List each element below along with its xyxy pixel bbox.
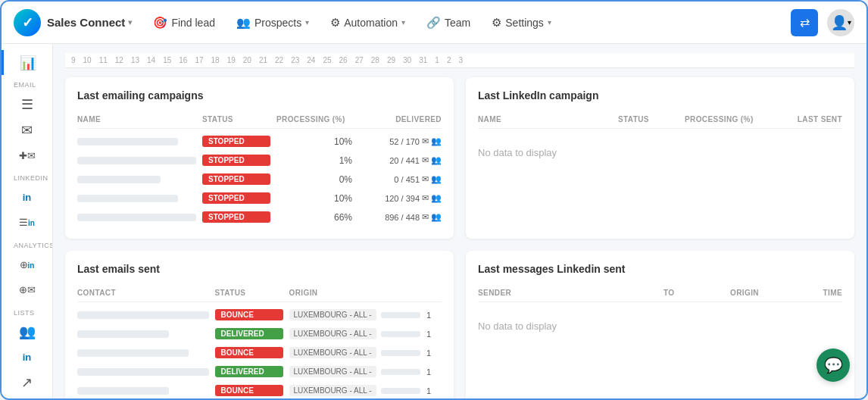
col-processing: PROCESSING (%) [685, 115, 768, 123]
sidebar-item-share[interactable]: ↗ [2, 370, 52, 395]
linkedin-campaign-title: Last LinkedIn campaign [478, 89, 842, 102]
delivered-text: 52 / 170 ✉ 👥 [358, 136, 442, 146]
nav-find-lead[interactable]: 🎯 Find lead [144, 11, 224, 34]
people-icon: 👥 [19, 323, 36, 340]
nav-team[interactable]: 🔗 Team [417, 11, 479, 34]
col-processing: PROCESSING (%) [276, 115, 352, 123]
emails-sent-header: CONTACT STATUS ORIGIN [77, 284, 442, 302]
status-badge: STOPPED [202, 173, 270, 185]
origin-cell: LUXEMBOURG - ALL - [289, 385, 421, 396]
sidebar-item-lists-linkedin[interactable]: in [2, 345, 52, 370]
origin-tag: LUXEMBOURG - ALL - [289, 309, 376, 320]
exchange-button[interactable]: ⇄ [791, 9, 818, 36]
sidebar-item-linkedin-list[interactable]: ☰in [2, 210, 52, 235]
sidebar-section-email: EMAIL [2, 75, 52, 92]
count: 1 [426, 348, 442, 358]
sidebar: 📊 EMAIL ☰ ✉ ✚✉ LINKEDIN in ☰in ANALYTICS… [2, 44, 53, 400]
col-status: STATUS [618, 115, 679, 123]
pct-text: 1% [276, 155, 352, 166]
origin-bar [381, 369, 421, 375]
origin-cell: LUXEMBOURG - ALL - [289, 366, 421, 377]
col-name: NAME [77, 115, 196, 123]
pct-text: 66% [276, 212, 352, 223]
pct-text: 10% [276, 136, 352, 147]
col-delivered: DELIVERED [358, 115, 442, 123]
name-bar [77, 157, 196, 164]
origin-tag: LUXEMBOURG - ALL - [289, 366, 376, 377]
avatar-chevron: ▾ [848, 18, 851, 27]
contact-bar [77, 311, 209, 319]
timeline-bar: 9 10 11 12 13 14 15 16 17 18 19 20 21 22… [65, 53, 854, 68]
col-count [426, 289, 442, 297]
count: 1 [426, 330, 442, 339]
sidebar-item-linkedin[interactable]: in [2, 185, 52, 210]
linkedin-campaign-card: Last LinkedIn campaign NAME STATUS PROCE… [466, 77, 854, 239]
origin-bar [381, 350, 421, 356]
status-badge: STOPPED [202, 136, 270, 147]
sidebar-item-people[interactable]: 👥 [2, 320, 52, 345]
share-icon: ↗ [21, 374, 33, 391]
origin-cell: LUXEMBOURG - ALL - [289, 309, 421, 320]
name-bar [77, 176, 161, 183]
no-data-messages: No data to display [478, 305, 842, 347]
sidebar-item-email[interactable]: ✉ [2, 117, 52, 142]
col-status: STATUS [215, 289, 283, 297]
delivered-text: 0 / 451 ✉ 👥 [358, 174, 442, 184]
email-icon: ✉ [21, 122, 33, 139]
people-icon-sm: 👥 [431, 212, 442, 222]
status-badge: BOUNCE [215, 347, 283, 358]
table-row: STOPPED 1% 20 / 441 ✉ 👥 [77, 151, 442, 170]
col-to: TO [663, 289, 724, 297]
col-status: STATUS [202, 115, 270, 123]
people-icon-sm: 👥 [431, 174, 442, 184]
origin-bar [381, 312, 421, 318]
col-origin: ORIGIN [289, 289, 421, 297]
name-bar [77, 195, 178, 202]
linkedin-campaign-header: NAME STATUS PROCESSING (%) LAST SENT [478, 111, 842, 129]
origin-cell: LUXEMBOURG - ALL - [289, 328, 421, 339]
brand-chevron: ▾ [128, 18, 132, 27]
nav-settings[interactable]: ⚙ Settings ▾ [482, 11, 560, 34]
origin-tag: LUXEMBOURG - ALL - [289, 328, 376, 339]
user-avatar[interactable]: 👤 ▾ [827, 9, 854, 36]
sidebar-item-email-list[interactable]: ☰ [2, 92, 52, 117]
lists-linkedin-icon: in [23, 352, 32, 363]
topnav: ✓ Sales Connect ▾ 🎯 Find lead 👥 Prospect… [2, 2, 866, 44]
sidebar-item-analytics-link[interactable]: ⊕in [2, 252, 52, 277]
brand-name[interactable]: Sales Connect ▾ [47, 16, 132, 29]
chart-icon: 📊 [20, 55, 36, 71]
linkedin-list-icon: ☰in [19, 217, 35, 228]
linkedin-messages-title: Last messages Linkedin sent [478, 263, 842, 275]
status-badge: BOUNCE [215, 385, 283, 396]
contact-bar [77, 368, 209, 376]
prospects-chevron: ▾ [305, 18, 309, 27]
status-badge: STOPPED [202, 211, 270, 223]
col-origin: ORIGIN [730, 289, 791, 297]
col-last-sent: LAST SENT [774, 115, 842, 123]
delivered-text: 120 / 394 ✉ 👥 [358, 193, 442, 203]
table-row: BOUNCE LUXEMBOURG - ALL - 1 [77, 381, 442, 400]
email-list-icon: ☰ [21, 96, 33, 113]
find-lead-icon: 🎯 [153, 16, 167, 30]
sidebar-item-chart[interactable]: 📊 [2, 50, 52, 75]
nav-prospects[interactable]: 👥 Prospects ▾ [227, 11, 318, 34]
nav-automation[interactable]: ⚙ Automation ▾ [321, 11, 414, 34]
col-contact: CONTACT [77, 289, 209, 297]
delivered-text: 20 / 441 ✉ 👥 [358, 155, 442, 165]
count: 1 [426, 311, 442, 320]
settings-chevron: ▾ [548, 18, 551, 27]
contact-bar [77, 349, 189, 357]
email-campaigns-card: Last emailing campaigns NAME STATUS PROC… [65, 77, 454, 239]
people-icon-sm: 👥 [431, 155, 442, 165]
chat-button[interactable]: 💬 [816, 348, 850, 382]
table-row: DELIVERED LUXEMBOURG - ALL - 1 [77, 324, 442, 343]
avatar-icon: 👤 [831, 14, 848, 31]
envelope-icon: ✉ [422, 193, 429, 203]
table-row: BOUNCE LUXEMBOURG - ALL - 1 [77, 305, 442, 324]
sidebar-item-email-add[interactable]: ✚✉ [2, 142, 52, 167]
cards-grid: Last emailing campaigns NAME STATUS PROC… [65, 77, 854, 400]
emails-sent-title: Last emails sent [77, 263, 442, 275]
logo-wrap[interactable]: ✓ Sales Connect ▾ [14, 9, 132, 36]
email-campaigns-header: NAME STATUS PROCESSING (%) DELIVERED [77, 111, 442, 129]
sidebar-item-analytics-email[interactable]: ⊕✉ [2, 277, 52, 302]
